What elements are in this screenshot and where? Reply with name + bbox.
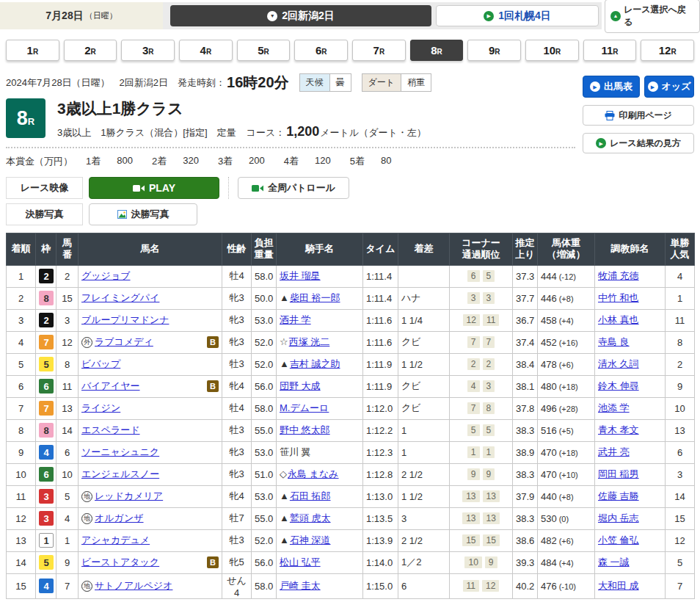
sex-age: 牡4: [222, 397, 252, 419]
horse-name-link[interactable]: ブループリマドンナ: [81, 313, 169, 327]
trainer-name-link[interactable]: 小林 真也: [598, 314, 639, 325]
jockey-name-link[interactable]: 石神 深道: [290, 534, 331, 545]
finish-time: 1:12.0: [363, 397, 398, 419]
win-popularity: 8: [666, 331, 695, 353]
horse-name-link[interactable]: オルガンザ: [95, 512, 144, 525]
odds-button[interactable]: ▶ オッズ: [644, 76, 694, 98]
race-tabs: 1R2R3R4R5R6R7R8R9R10R11R12R: [6, 40, 694, 61]
horse-name-link[interactable]: グッジョブ: [81, 269, 131, 283]
horse-name-link[interactable]: ビバップ: [81, 358, 120, 371]
win-popularity: 11: [666, 309, 695, 331]
frame-cell: 8: [36, 287, 56, 309]
corner-position-value: 1: [483, 446, 495, 458]
other-meeting-button[interactable]: ▶ 1回札幌4日: [436, 5, 599, 26]
race-tab-6r[interactable]: 6R: [294, 40, 348, 61]
frame-number-badge: 5: [39, 555, 54, 570]
horse-name-link[interactable]: バイアイヤー: [81, 380, 140, 393]
corner-positions: 22: [450, 353, 513, 375]
table-row: 2 8 15 フレイミングパイ 牝3 50.0 ▲柴田 裕一郎 1:11.4 ハ…: [7, 287, 695, 309]
corner-positions: 1313: [450, 507, 513, 529]
jockey-name-link[interactable]: 石田 拓郎: [290, 490, 331, 501]
race-tab-4r[interactable]: 4R: [179, 40, 233, 61]
jockey-name-link[interactable]: M.デムーロ: [280, 402, 329, 413]
jockey-cell: 酒井 学: [277, 309, 363, 331]
horse-name-link[interactable]: フレイミングパイ: [81, 291, 159, 305]
trainer-name-link[interactable]: 池添 学: [598, 402, 630, 413]
race-tab-2r[interactable]: 2R: [64, 40, 117, 61]
finish-photo-button[interactable]: 決勝写真: [89, 203, 197, 225]
margin: 1 1/2: [398, 353, 450, 375]
horse-name-link[interactable]: エンジェルスノー: [81, 468, 159, 481]
current-meeting-button[interactable]: ▼ 2回新潟2日: [170, 5, 431, 26]
horse-name-link[interactable]: ラブコメディ: [95, 336, 153, 349]
race-video-label: レース映像: [6, 177, 83, 199]
trainer-name-link[interactable]: 武井 亮: [598, 446, 630, 457]
jockey-name-link[interactable]: 坂井 瑠星: [280, 270, 321, 281]
horse-name-link[interactable]: ライジン: [81, 402, 120, 415]
trainer-name-link[interactable]: 鈴木 伸尋: [598, 380, 639, 391]
trainer-name-link[interactable]: 清水 久詞: [598, 358, 639, 369]
body-weight: 484: [541, 557, 557, 568]
corner-position-value: 8: [483, 402, 495, 414]
apprentice-mark: ▲: [280, 512, 289, 523]
race-tab-5r[interactable]: 5R: [237, 40, 291, 61]
race-tab-12r[interactable]: 12R: [641, 40, 694, 61]
race-tab-3r[interactable]: 3R: [121, 40, 175, 61]
race-tab-7r[interactable]: 7R: [352, 40, 406, 61]
jockey-name-link[interactable]: 永島 まなみ: [288, 468, 339, 479]
horse-name-link[interactable]: アシャカデュメ: [81, 534, 150, 547]
jockey-name-link[interactable]: 吉村 誠之助: [290, 358, 340, 369]
column-header: 着順: [7, 233, 36, 266]
jockey-name-link[interactable]: 鷲頭 虎太: [290, 512, 331, 523]
frame-number-badge: 7: [39, 401, 54, 416]
jockey-name-link[interactable]: 松山 弘平: [280, 556, 321, 567]
horse-name-link[interactable]: ソーニャシュニク: [81, 446, 159, 459]
trainer-name-link[interactable]: 中竹 和也: [598, 292, 639, 303]
race-tab-9r[interactable]: 9R: [467, 40, 521, 61]
trainer-name-link[interactable]: 堀内 岳志: [598, 512, 639, 523]
frame-number-badge: 2: [39, 269, 54, 283]
horse-name-link[interactable]: ビーストアタック: [81, 556, 159, 569]
back-to-race-select-button[interactable]: ▲ レース選択へ戻る: [605, 0, 700, 33]
corner-position-value: 12: [463, 314, 480, 326]
jockey-name-link[interactable]: 柴田 裕一郎: [290, 292, 340, 303]
jockey-name-link[interactable]: 団野 大成: [280, 380, 321, 391]
patrol-video-button[interactable]: 全周パトロール: [238, 177, 349, 199]
race-tab-8r[interactable]: 8R: [410, 40, 464, 61]
trainer-name-link[interactable]: 小笠 倫弘: [598, 534, 639, 545]
trainer-name-link[interactable]: 大和田 成: [598, 580, 639, 591]
horse-name-cell: ビーストアタック B: [79, 551, 222, 573]
finish-time: 1:11.9: [363, 353, 398, 375]
jockey-name-link[interactable]: 酒井 学: [280, 314, 311, 325]
entry-table-button[interactable]: ▶ 出馬表: [583, 76, 640, 98]
horse-name-link[interactable]: サトノアルペジオ: [95, 579, 172, 592]
jockey-name-link[interactable]: 戸崎 圭太: [280, 580, 321, 591]
horse-name-link[interactable]: エスペラード: [81, 424, 140, 437]
trainer-name-link[interactable]: 佐藤 吉勝: [598, 490, 639, 501]
horse-name-link[interactable]: レッドカメリア: [95, 490, 163, 503]
results-guide-button[interactable]: ▶ レース結果の見方: [583, 133, 694, 153]
jockey-name-link[interactable]: 野中 悠太郎: [280, 424, 330, 435]
trainer-name-link[interactable]: 牧浦 充徳: [598, 270, 639, 281]
body-weight: 446: [541, 293, 557, 304]
apprentice-mark: ◇: [280, 468, 287, 479]
margin: 1 1/4: [398, 309, 450, 331]
trainer-name-link[interactable]: 青木 孝文: [598, 424, 639, 435]
jockey-name-link[interactable]: 西塚 洸二: [289, 336, 330, 347]
race-tab-10r[interactable]: 10R: [525, 40, 579, 61]
trainer-name-link[interactable]: 森 一誠: [598, 556, 630, 567]
trainer-cell: 牧浦 充徳: [595, 265, 666, 287]
race-tab-11r[interactable]: 11R: [583, 40, 637, 61]
trainer-name-link[interactable]: 岡田 稲男: [598, 468, 639, 479]
estimated-last-3f: 37.7: [513, 287, 538, 309]
margin: 6: [398, 573, 450, 598]
jockey-cell: 坂井 瑠星: [277, 265, 363, 287]
race-tab-1r[interactable]: 1R: [6, 40, 59, 61]
trainer-name-link[interactable]: 寺島 良: [598, 336, 630, 347]
print-page-button[interactable]: 印刷用ページ: [583, 105, 694, 126]
chevron-down-icon: ▼: [267, 11, 277, 21]
video-camera-icon: [252, 184, 263, 192]
estimated-last-3f: 37.8: [513, 397, 538, 419]
corner-positions: 1211: [450, 309, 513, 331]
play-button[interactable]: PLAY: [89, 177, 219, 199]
